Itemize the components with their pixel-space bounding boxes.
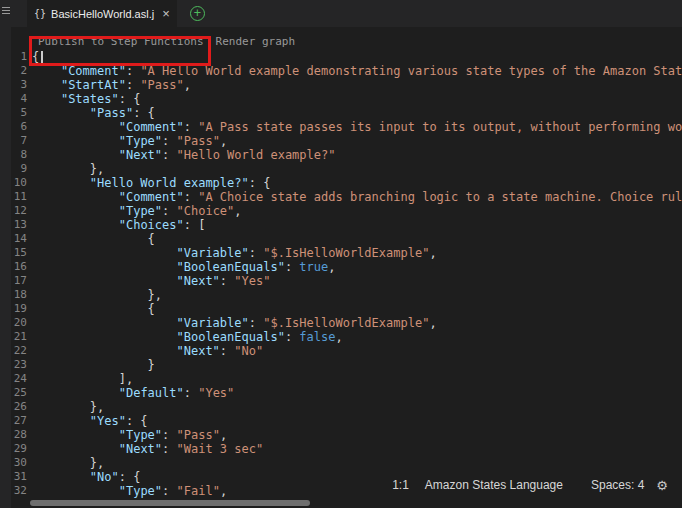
line-number: 19 [11,302,27,316]
code-text: { [32,302,155,316]
code-line: 20 "Variable": "$.IsHelloWorldExample", [11,316,682,330]
code-text: "Next": "Hello World example?" [32,148,335,162]
code-text: "Choices": [ [32,218,205,232]
code-line: 29 "Next": "Wait 3 sec" [11,442,682,456]
line-number: 22 [11,344,27,358]
code-text: "Next": "No" [32,344,263,358]
code-text: "Type": "Fail", [32,484,227,498]
code-text: "BooleanEquals": true, [32,260,335,274]
tab-basichelloworld[interactable]: {} BasicHelloWorld.asl.j × [27,0,177,27]
code-line: 26 }, [11,400,682,414]
line-number: 4 [11,92,27,106]
code-line: 4 "States": { [11,92,682,106]
tab-bar: {} BasicHelloWorld.asl.j × + [11,0,682,27]
code-line: 12 "Type": "Choice", [11,204,682,218]
codelens-row: Publish to Step Functions Render graph [11,27,682,50]
line-number: 32 [11,484,27,498]
code-text: "StartAt": "Pass", [32,78,191,92]
line-number: 2 [11,64,27,78]
vscode-window: {} BasicHelloWorld.asl.j × + Publish to … [0,0,682,508]
code-line: 2 "Comment": "A Hello World example demo… [11,64,682,78]
menu-icon[interactable] [2,7,10,16]
editor[interactable]: Publish to Step Functions Render graph 1… [11,27,682,508]
line-number: 31 [11,470,27,484]
code-line: 16 "BooleanEquals": true, [11,260,682,274]
line-number: 13 [11,218,27,232]
code-line: 23 } [11,358,682,372]
activity-strip [0,0,11,508]
code-line: 22 "Next": "No" [11,344,682,358]
line-number: 26 [11,400,27,414]
line-number: 29 [11,442,27,456]
line-number: 6 [11,120,27,134]
line-number: 5 [11,106,27,120]
indentation-status[interactable]: Spaces: 4 [591,478,644,492]
code-line: 13 "Choices": [ [11,218,682,232]
code-line: 8 "Next": "Hello World example?" [11,148,682,162]
code-text: "Comment": "A Pass state passes its inpu… [32,120,682,134]
code-line: 30 }, [11,456,682,470]
code-text: }, [32,162,104,176]
code-text: "No": { [32,470,140,484]
line-number: 17 [11,274,27,288]
code-text: "Next": "Yes" [32,274,270,288]
code-line: 1{ [11,50,682,64]
line-number: 3 [11,78,27,92]
code-text: { [32,232,155,246]
code-text: }, [32,400,104,414]
add-circle-icon[interactable]: + [190,6,205,21]
code-text: "Comment": "A Hello World example demons… [32,64,682,78]
line-number: 16 [11,260,27,274]
code-line: 17 "Next": "Yes" [11,274,682,288]
line-number: 23 [11,358,27,372]
code-line: 19 { [11,302,682,316]
horizontal-scrollbar[interactable] [30,500,310,506]
code-text: "Default": "Yes" [32,386,234,400]
json-file-icon: {} [34,8,46,19]
code-line: 5 "Pass": { [11,106,682,120]
line-number: 25 [11,386,27,400]
line-number: 7 [11,134,27,148]
code-line: 10 "Hello World example?": { [11,176,682,190]
code-line: 9 }, [11,162,682,176]
code-text: "Pass": { [32,106,155,120]
code-line: 11 "Comment": "A Choice state adds branc… [11,190,682,204]
status-bar: 1:1 Amazon States Language Spaces: 4 ⚙ [392,477,668,493]
line-number: 8 [11,148,27,162]
publish-to-step-functions-link[interactable]: Publish to Step Functions [38,35,204,50]
code-line: 15 "Variable": "$.IsHelloWorldExample", [11,246,682,260]
cursor-position-status[interactable]: 1:1 [392,478,409,492]
line-number: 14 [11,232,27,246]
code-text: } [32,358,155,372]
code-line: 25 "Default": "Yes" [11,386,682,400]
tab-title: BasicHelloWorld.asl.j [51,8,154,20]
line-number: 1 [11,50,27,64]
code-text: "Next": "Wait 3 sec" [32,442,263,456]
code-text: "BooleanEquals": false, [32,330,343,344]
code-text: ], [32,372,133,386]
line-number: 24 [11,372,27,386]
code-line: 14 { [11,232,682,246]
line-number: 10 [11,176,27,190]
code-text: "Type": "Pass", [32,134,227,148]
code-text: "States": { [32,92,140,106]
code-area[interactable]: 1{2 "Comment": "A Hello World example de… [11,50,682,498]
line-number: 9 [11,162,27,176]
close-tab-icon[interactable]: × [162,7,170,20]
code-line: 24 ], [11,372,682,386]
code-text: }, [32,288,162,302]
gear-icon[interactable]: ⚙ [656,478,668,493]
line-number: 28 [11,428,27,442]
language-mode-status[interactable]: Amazon States Language [425,478,563,492]
code-text: { [32,50,43,64]
code-line: 27 "Yes": { [11,414,682,428]
code-text: }, [32,456,104,470]
code-line: 18 }, [11,288,682,302]
code-line: 6 "Comment": "A Pass state passes its in… [11,120,682,134]
line-number: 18 [11,288,27,302]
line-number: 27 [11,414,27,428]
code-text: "Type": "Pass", [32,428,227,442]
code-line: 28 "Type": "Pass", [11,428,682,442]
render-graph-link[interactable]: Render graph [216,35,295,50]
code-text: "Comment": "A Choice state adds branchin… [32,190,682,204]
